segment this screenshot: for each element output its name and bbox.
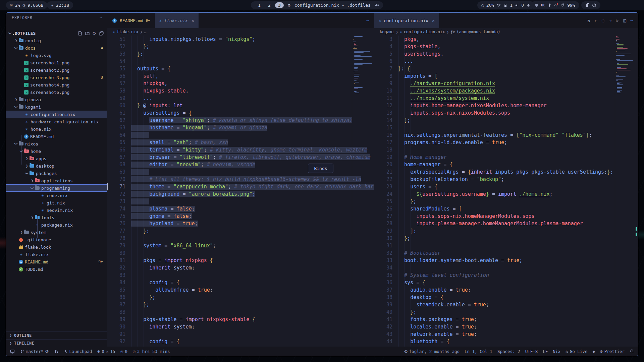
- timeline-history-icon[interactable]: ↻: [587, 18, 590, 23]
- tree-item-code.nix[interactable]: ✳code.nix: [6, 192, 107, 199]
- tree-item-docs[interactable]: ❯▤docs●: [6, 44, 107, 52]
- keyboard-lock-icon[interactable]: [503, 3, 507, 7]
- language-mode[interactable]: Nix: [553, 349, 560, 354]
- code-line-4[interactable]: 4 pkgs-stable,: [374, 43, 638, 50]
- chevron-right-icon[interactable]: ❯: [30, 215, 34, 220]
- code-line-43[interactable]: 43 network.enable = true;: [374, 330, 638, 338]
- speaker-icon[interactable]: [515, 3, 519, 7]
- chevron-right-icon[interactable]: ❯: [19, 230, 23, 235]
- tree-item-kogami[interactable]: ❯kogami: [6, 103, 107, 111]
- tree-item-screenshot3.png[interactable]: ▴screenshot3.pngU: [6, 74, 107, 81]
- tree-item-screenshot1.png[interactable]: ▴screenshot1.png: [6, 59, 107, 66]
- code-line-54[interactable]: 54: [107, 58, 374, 65]
- code-line-14[interactable]: 14 ];: [374, 117, 638, 124]
- code-line-81[interactable]: 81 pkgs = import nixpkgs {: [107, 257, 374, 264]
- code-line-58[interactable]: 58 nixpkgs-stable,: [107, 87, 374, 95]
- code-line-38[interactable]: 38 desktop = {: [374, 294, 638, 301]
- tree-item-screenshot2.png[interactable]: ▴screenshot2.png: [6, 66, 107, 74]
- code-line-27[interactable]: 27 inputs.sops-nix.homeManagerModules.so…: [374, 213, 638, 220]
- microphone-icon[interactable]: [526, 3, 530, 7]
- tree-item-git.nix[interactable]: ✳git.nix: [6, 199, 107, 206]
- run-icon[interactable]: ▷: [616, 18, 619, 23]
- code-line-16[interactable]: 16 nix.settings.experimental-features = …: [374, 131, 638, 139]
- code-line-79[interactable]: 79 system = "x86_64-linux";: [107, 242, 374, 249]
- code-line-40[interactable]: 40 };: [374, 308, 638, 316]
- code-line-88[interactable]: 88: [107, 308, 374, 316]
- code-line-78[interactable]: 78: [107, 235, 374, 242]
- code-line-70[interactable]: 70 # List all themes: $ nix build nixpkg…: [107, 176, 374, 183]
- code-line-64[interactable]: 64: [107, 131, 374, 139]
- code-line-17[interactable]: 17 programs.nix-ld.dev.enable = true;: [374, 139, 638, 146]
- editor-more-icon[interactable]: ⋯: [631, 18, 633, 23]
- chevron-right-icon[interactable]: ❯: [14, 38, 18, 43]
- tree-item-tools[interactable]: ❯✦tools: [6, 214, 107, 221]
- code-line-63[interactable]: 63 hostname = "kogami"; # kogami or gino…: [107, 124, 374, 131]
- minimap[interactable]: [352, 29, 372, 347]
- code-line-76[interactable]: 76 hyprland = true;: [107, 220, 374, 227]
- split-editor-icon[interactable]: ◫: [623, 18, 626, 23]
- tree-item-logo.svg[interactable]: ✳logo.svg: [6, 52, 107, 59]
- chevron-down-icon[interactable]: ❯: [14, 142, 18, 146]
- go-live-button[interactable]: ⇆Go Live: [566, 349, 588, 354]
- tree-item-packages.nix[interactable]: ✳packages.nix: [6, 221, 107, 229]
- code-line-18[interactable]: 18: [374, 146, 638, 154]
- code-line-13[interactable]: 13 inputs.sops-nix.nixosModules.sops: [374, 109, 638, 117]
- outline-panel[interactable]: ❯OUTLINE: [6, 332, 107, 339]
- breadcrumb-file[interactable]: configuration.nix: [404, 29, 445, 34]
- code-line-87[interactable]: 87 };: [107, 301, 374, 308]
- cursor-position[interactable]: Ln 1, Col 1: [465, 349, 492, 354]
- close-icon[interactable]: ×: [432, 18, 435, 23]
- code-line-65[interactable]: 65 shell = "zsh"; # bash, zsh: [107, 139, 374, 146]
- code-line-82[interactable]: 82 inherit system;: [107, 264, 374, 272]
- code-line-42[interactable]: 42 locales.enable = true;: [374, 323, 638, 330]
- shield-icon[interactable]: [535, 3, 539, 7]
- code-line-34[interactable]: 34: [374, 264, 638, 272]
- indentation-setting[interactable]: Spaces: 2: [497, 349, 520, 354]
- editor-more-icon[interactable]: ⋯: [367, 18, 369, 23]
- tree-item-.gitignore[interactable]: .gitignore: [6, 236, 107, 243]
- code-line-24[interactable]: 24 ${userSettings.username} = import ./h…: [374, 190, 638, 198]
- code-line-6[interactable]: 6 ...: [374, 58, 638, 65]
- tree-item-configuration.nix[interactable]: ✳configuration.nix: [6, 111, 107, 118]
- tab-configuration-nix[interactable]: ✳ configuration.nix ×: [374, 13, 439, 28]
- code-line-61[interactable]: 61 userSettings = {: [107, 109, 374, 117]
- wifi-icon[interactable]: [496, 3, 501, 7]
- remote-window-button[interactable]: [10, 349, 15, 354]
- uc-tray-icon[interactable]: UC: [541, 3, 545, 7]
- code-line-20[interactable]: 20 home-manager = {: [374, 161, 638, 168]
- code-line-52[interactable]: 52 };: [107, 43, 374, 50]
- git-branch-button[interactable]: master* ⟳: [20, 349, 49, 354]
- code-line-72[interactable]: 72 background = "aurora_borealis.png";: [107, 190, 374, 198]
- minimap[interactable]: [615, 29, 635, 347]
- tree-item-system[interactable]: ❯system: [6, 229, 107, 236]
- code-line-19[interactable]: 19 # Home manager: [374, 154, 638, 161]
- ports-button[interactable]: ◎0: [121, 349, 127, 354]
- refresh-icon[interactable]: ⟳: [93, 31, 96, 36]
- code-line-3[interactable]: 3 pkgs,: [374, 36, 638, 43]
- chevron-right-icon[interactable]: ❯: [14, 97, 18, 102]
- tree-item-neovim.nix[interactable]: ✳neovim.nix: [6, 206, 107, 214]
- code-line-36[interactable]: 36 sys = {: [374, 279, 638, 286]
- code-line-28[interactable]: 28 inputs.plasma-manager.homeManagerModu…: [374, 220, 638, 227]
- eol-setting[interactable]: LF: [543, 349, 548, 354]
- clipboard-icon[interactable]: [585, 3, 590, 7]
- close-icon[interactable]: ×: [192, 18, 194, 23]
- code-line-35[interactable]: 35 # System level configuration: [374, 272, 638, 279]
- notifications-bell-icon[interactable]: [630, 349, 634, 354]
- code-line-73[interactable]: 73: [107, 198, 374, 205]
- timeline-panel[interactable]: ❯TIMELINE: [6, 339, 107, 347]
- tab-readme[interactable]: i README.md 9+: [107, 13, 155, 28]
- chevron-down-icon[interactable]: ❯: [14, 46, 18, 50]
- code-line-90[interactable]: 90 inherit system;: [107, 323, 374, 330]
- tree-item-hardware-configuration.nix[interactable]: ✳hardware-configuration.nix: [6, 118, 107, 125]
- formatter-button[interactable]: ⊘Prettier: [600, 349, 625, 354]
- brightness-icon[interactable]: ○: [481, 3, 484, 8]
- code-line-33[interactable]: 33 boot.loader.systemd-boot.enable = tru…: [374, 257, 638, 264]
- code-line-60[interactable]: 60 } @ inputs: let: [107, 102, 374, 109]
- code-line-67[interactable]: 67 browser = "librewolf"; # firefox, lib…: [107, 154, 374, 161]
- code-line-84[interactable]: 84 config = {: [107, 279, 374, 286]
- code-line-69[interactable]: 69: [107, 168, 374, 176]
- bluetooth-icon[interactable]: [548, 3, 551, 7]
- code-line-30[interactable]: 30 };: [374, 235, 638, 242]
- nav-forward-icon[interactable]: ⇢: [609, 18, 611, 23]
